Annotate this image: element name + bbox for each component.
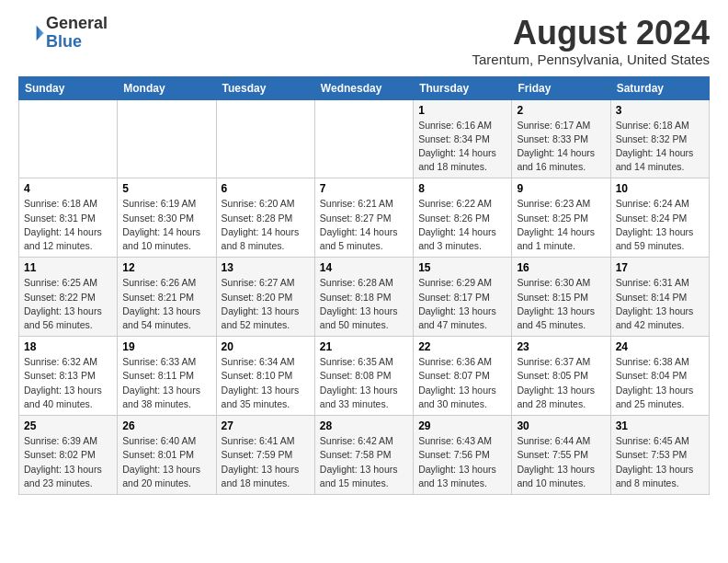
day-info: Sunrise: 6:36 AM Sunset: 8:07 PM Dayligh…	[418, 355, 506, 411]
day-number: 10	[616, 182, 704, 195]
logo-general-text: General	[46, 14, 108, 32]
day-info: Sunrise: 6:43 AM Sunset: 7:56 PM Dayligh…	[418, 434, 506, 490]
day-info: Sunrise: 6:17 AM Sunset: 8:33 PM Dayligh…	[517, 119, 605, 175]
calendar-cell: 15Sunrise: 6:29 AM Sunset: 8:17 PM Dayli…	[414, 258, 512, 337]
day-info: Sunrise: 6:19 AM Sunset: 8:30 PM Dayligh…	[122, 197, 210, 253]
day-info: Sunrise: 6:18 AM Sunset: 8:31 PM Dayligh…	[24, 197, 112, 253]
calendar-cell: 10Sunrise: 6:24 AM Sunset: 8:24 PM Dayli…	[610, 178, 709, 258]
calendar-cell: 18Sunrise: 6:32 AM Sunset: 8:13 PM Dayli…	[19, 337, 118, 416]
calendar-cell: 28Sunrise: 6:42 AM Sunset: 7:58 PM Dayli…	[314, 416, 413, 495]
logo-blue-text: Blue	[46, 32, 82, 51]
calendar-cell	[118, 99, 216, 178]
calendar-cell: 12Sunrise: 6:26 AM Sunset: 8:21 PM Dayli…	[118, 258, 216, 337]
day-number: 24	[616, 340, 704, 353]
calendar-cell: 13Sunrise: 6:27 AM Sunset: 8:20 PM Dayli…	[216, 258, 314, 337]
day-of-week-wednesday: Wednesday	[314, 76, 413, 99]
day-number: 14	[320, 261, 408, 274]
week-row-1: 1Sunrise: 6:16 AM Sunset: 8:34 PM Daylig…	[19, 99, 710, 178]
calendar-body: 1Sunrise: 6:16 AM Sunset: 8:34 PM Daylig…	[19, 99, 710, 494]
day-number: 8	[418, 182, 506, 195]
day-info: Sunrise: 6:37 AM Sunset: 8:05 PM Dayligh…	[517, 355, 605, 411]
day-info: Sunrise: 6:28 AM Sunset: 8:18 PM Dayligh…	[320, 276, 408, 332]
calendar-cell: 7Sunrise: 6:21 AM Sunset: 8:27 PM Daylig…	[314, 178, 413, 258]
calendar-cell: 19Sunrise: 6:33 AM Sunset: 8:11 PM Dayli…	[118, 337, 216, 416]
day-number: 11	[24, 261, 112, 274]
calendar-cell: 24Sunrise: 6:38 AM Sunset: 8:04 PM Dayli…	[610, 337, 709, 416]
day-number: 29	[418, 419, 506, 432]
day-number: 22	[418, 340, 506, 353]
day-info: Sunrise: 6:27 AM Sunset: 8:20 PM Dayligh…	[222, 276, 310, 332]
svg-marker-1	[39, 28, 44, 38]
day-info: Sunrise: 6:23 AM Sunset: 8:25 PM Dayligh…	[517, 197, 605, 253]
days-of-week-row: SundayMondayTuesdayWednesdayThursdayFrid…	[19, 76, 710, 99]
calendar-cell: 6Sunrise: 6:20 AM Sunset: 8:28 PM Daylig…	[216, 178, 314, 258]
day-number: 31	[616, 419, 704, 432]
day-of-week-monday: Monday	[118, 76, 216, 99]
day-info: Sunrise: 6:21 AM Sunset: 8:27 PM Dayligh…	[320, 197, 408, 253]
calendar-cell: 22Sunrise: 6:36 AM Sunset: 8:07 PM Dayli…	[414, 337, 512, 416]
calendar-cell: 21Sunrise: 6:35 AM Sunset: 8:08 PM Dayli…	[314, 337, 413, 416]
day-info: Sunrise: 6:35 AM Sunset: 8:08 PM Dayligh…	[320, 355, 408, 411]
day-info: Sunrise: 6:24 AM Sunset: 8:24 PM Dayligh…	[616, 197, 704, 253]
day-number: 26	[122, 419, 210, 432]
calendar-cell: 1Sunrise: 6:16 AM Sunset: 8:34 PM Daylig…	[414, 99, 512, 178]
day-number: 16	[517, 261, 605, 274]
day-info: Sunrise: 6:32 AM Sunset: 8:13 PM Dayligh…	[24, 355, 112, 411]
day-of-week-tuesday: Tuesday	[216, 76, 314, 99]
day-number: 20	[222, 340, 310, 353]
day-info: Sunrise: 6:45 AM Sunset: 7:53 PM Dayligh…	[616, 434, 704, 490]
day-info: Sunrise: 6:39 AM Sunset: 8:02 PM Dayligh…	[24, 434, 112, 490]
day-info: Sunrise: 6:26 AM Sunset: 8:21 PM Dayligh…	[122, 276, 210, 332]
month-year-title: August 2024	[472, 15, 710, 52]
day-number: 3	[616, 104, 704, 117]
week-row-5: 25Sunrise: 6:39 AM Sunset: 8:02 PM Dayli…	[19, 416, 710, 495]
day-number: 6	[222, 182, 310, 195]
day-number: 9	[517, 182, 605, 195]
day-info: Sunrise: 6:18 AM Sunset: 8:32 PM Dayligh…	[616, 119, 704, 175]
calendar-table: SundayMondayTuesdayWednesdayThursdayFrid…	[18, 76, 710, 495]
week-row-4: 18Sunrise: 6:32 AM Sunset: 8:13 PM Dayli…	[19, 337, 710, 416]
day-info: Sunrise: 6:20 AM Sunset: 8:28 PM Dayligh…	[222, 197, 310, 253]
day-of-week-friday: Friday	[512, 76, 610, 99]
day-number: 21	[320, 340, 408, 353]
day-of-week-thursday: Thursday	[414, 76, 512, 99]
calendar-cell: 9Sunrise: 6:23 AM Sunset: 8:25 PM Daylig…	[512, 178, 610, 258]
day-number: 12	[122, 261, 210, 274]
day-number: 17	[616, 261, 704, 274]
calendar-cell	[19, 99, 118, 178]
day-number: 2	[517, 104, 605, 117]
logo-icon	[18, 20, 44, 46]
day-info: Sunrise: 6:33 AM Sunset: 8:11 PM Dayligh…	[122, 355, 210, 411]
calendar-cell: 26Sunrise: 6:40 AM Sunset: 8:01 PM Dayli…	[118, 416, 216, 495]
title-area: August 2024 Tarentum, Pennsylvania, Unit…	[472, 15, 710, 67]
calendar-cell	[314, 99, 413, 178]
day-info: Sunrise: 6:44 AM Sunset: 7:55 PM Dayligh…	[517, 434, 605, 490]
calendar-cell	[216, 99, 314, 178]
day-number: 5	[122, 182, 210, 195]
day-number: 18	[24, 340, 112, 353]
day-info: Sunrise: 6:30 AM Sunset: 8:15 PM Dayligh…	[517, 276, 605, 332]
calendar-cell: 30Sunrise: 6:44 AM Sunset: 7:55 PM Dayli…	[512, 416, 610, 495]
calendar-cell: 11Sunrise: 6:25 AM Sunset: 8:22 PM Dayli…	[19, 258, 118, 337]
calendar-header: SundayMondayTuesdayWednesdayThursdayFrid…	[19, 76, 710, 99]
day-number: 25	[24, 419, 112, 432]
day-info: Sunrise: 6:31 AM Sunset: 8:14 PM Dayligh…	[616, 276, 704, 332]
header: General Blue August 2024 Tarentum, Penns…	[18, 15, 710, 67]
day-number: 1	[418, 104, 506, 117]
day-info: Sunrise: 6:42 AM Sunset: 7:58 PM Dayligh…	[320, 434, 408, 490]
calendar-cell: 14Sunrise: 6:28 AM Sunset: 8:18 PM Dayli…	[314, 258, 413, 337]
calendar-cell: 4Sunrise: 6:18 AM Sunset: 8:31 PM Daylig…	[19, 178, 118, 258]
day-of-week-saturday: Saturday	[610, 76, 709, 99]
week-row-3: 11Sunrise: 6:25 AM Sunset: 8:22 PM Dayli…	[19, 258, 710, 337]
calendar-cell: 29Sunrise: 6:43 AM Sunset: 7:56 PM Dayli…	[414, 416, 512, 495]
day-number: 7	[320, 182, 408, 195]
calendar-cell: 16Sunrise: 6:30 AM Sunset: 8:15 PM Dayli…	[512, 258, 610, 337]
day-number: 27	[222, 419, 310, 432]
calendar-cell: 20Sunrise: 6:34 AM Sunset: 8:10 PM Dayli…	[216, 337, 314, 416]
calendar-cell: 27Sunrise: 6:41 AM Sunset: 7:59 PM Dayli…	[216, 416, 314, 495]
day-info: Sunrise: 6:29 AM Sunset: 8:17 PM Dayligh…	[418, 276, 506, 332]
day-info: Sunrise: 6:40 AM Sunset: 8:01 PM Dayligh…	[122, 434, 210, 490]
day-info: Sunrise: 6:34 AM Sunset: 8:10 PM Dayligh…	[222, 355, 310, 411]
day-number: 30	[517, 419, 605, 432]
calendar-cell: 3Sunrise: 6:18 AM Sunset: 8:32 PM Daylig…	[610, 99, 709, 178]
